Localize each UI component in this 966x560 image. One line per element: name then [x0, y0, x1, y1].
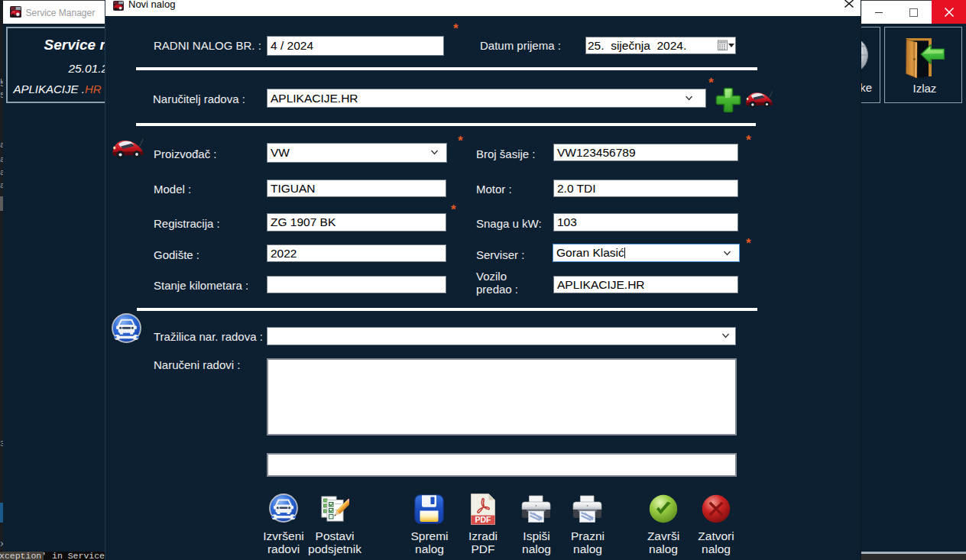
svg-text:PDF: PDF	[475, 515, 492, 524]
